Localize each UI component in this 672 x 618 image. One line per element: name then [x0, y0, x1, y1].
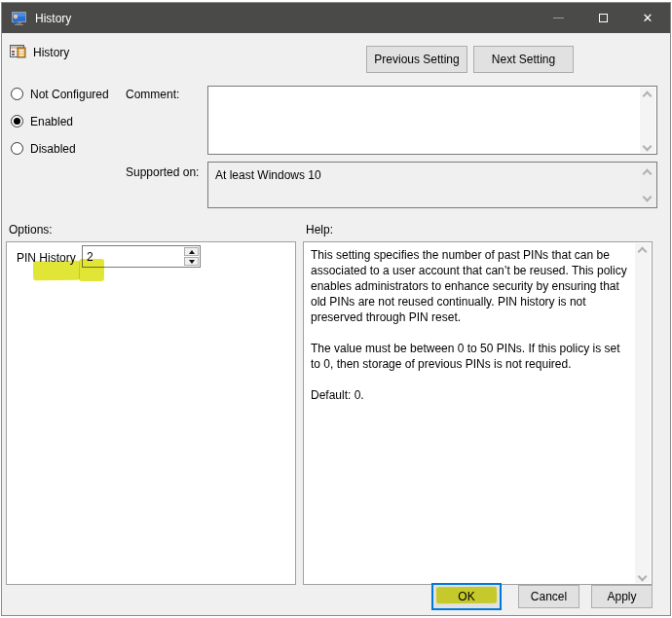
help-label: Help: [306, 223, 333, 236]
minimize-icon [553, 18, 564, 18]
arrow-down-icon [189, 260, 195, 264]
scroll-down-icon[interactable] [643, 142, 653, 152]
pin-history-spinner[interactable] [82, 245, 201, 268]
scroll-up-icon[interactable] [643, 91, 653, 101]
previous-setting-button[interactable]: Previous Setting [366, 46, 467, 73]
spinner-up-button[interactable] [184, 247, 199, 256]
policy-setting-dialog: History ✕ History Previous Setting Next … [1, 2, 671, 616]
window-title: History [35, 12, 71, 25]
maximize-icon [599, 14, 608, 22]
radio-circle [11, 88, 23, 100]
supported-on-field: At least Windows 10 [207, 162, 657, 208]
radio-disabled[interactable]: Disabled [11, 141, 76, 156]
radio-circle [11, 142, 23, 155]
apply-button[interactable]: Apply [591, 585, 653, 608]
pin-history-label: PIN History [17, 251, 76, 265]
radio-label: Not Configured [30, 88, 109, 101]
comment-label: Comment: [126, 88, 179, 101]
maximize-button[interactable] [580, 3, 625, 33]
radio-label: Enabled [30, 115, 73, 128]
scroll-down-icon[interactable] [638, 572, 648, 582]
help-paragraph: The value must be between 0 to 50 PINs. … [311, 341, 627, 372]
group-policy-icon [11, 11, 27, 26]
help-paragraph: This setting specifies the number of pas… [311, 247, 627, 325]
scroll-up-icon[interactable] [638, 247, 648, 257]
options-panel: PIN History [6, 241, 296, 585]
page-title: History [33, 46, 69, 59]
pin-history-input[interactable] [83, 246, 183, 267]
supported-on-label: Supported on: [126, 165, 199, 179]
spinner-down-button[interactable] [184, 257, 199, 266]
supported-scrollbar[interactable] [640, 164, 655, 206]
policy-setting-icon [10, 43, 26, 58]
radio-circle [11, 115, 23, 127]
help-text: This setting specifies the number of pas… [311, 247, 627, 403]
supported-on-value: At least Windows 10 [215, 168, 321, 182]
close-button[interactable]: ✕ [625, 3, 670, 33]
arrow-up-icon [189, 250, 195, 254]
ok-button[interactable]: OK [431, 583, 502, 610]
next-setting-button[interactable]: Next Setting [473, 46, 574, 73]
minimize-button[interactable] [536, 3, 580, 33]
help-scrollbar[interactable] [635, 243, 651, 583]
scroll-up-icon[interactable] [643, 169, 653, 179]
options-label: Options: [9, 223, 53, 236]
help-panel: This setting specifies the number of pas… [303, 241, 653, 585]
comment-scrollbar[interactable] [640, 88, 655, 153]
close-icon: ✕ [643, 11, 653, 25]
radio-enabled[interactable]: Enabled [11, 114, 73, 128]
ok-label: OK [458, 590, 474, 603]
help-paragraph: Default: 0. [311, 387, 627, 403]
scroll-down-icon[interactable] [643, 193, 653, 202]
comment-textarea[interactable] [207, 86, 657, 155]
cancel-button[interactable]: Cancel [518, 585, 579, 608]
radio-not-configured[interactable]: Not Configured [11, 87, 109, 101]
title-bar[interactable]: History ✕ [2, 3, 670, 33]
radio-label: Disabled [30, 142, 76, 156]
